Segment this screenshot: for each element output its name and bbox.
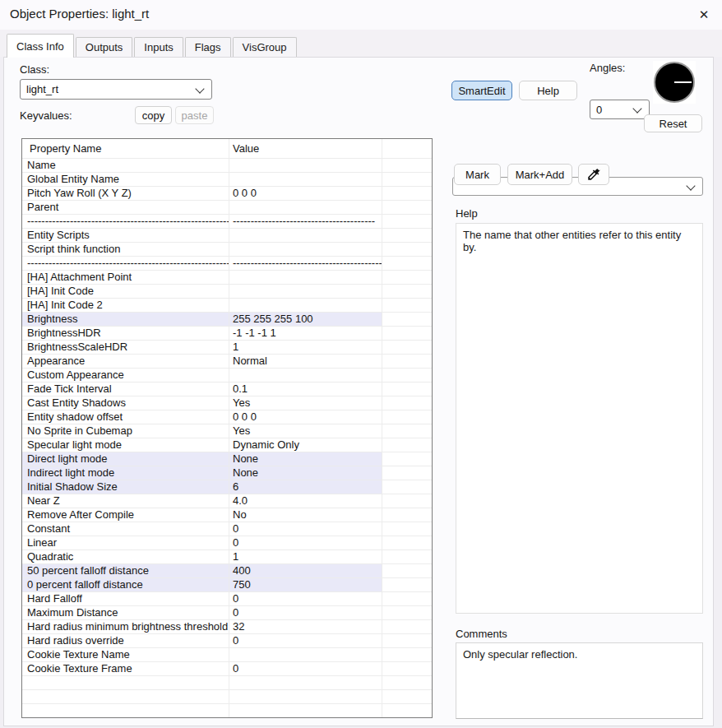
table-row[interactable]: Entity Scripts (22, 229, 432, 243)
mark-add-button[interactable]: Mark+Add (507, 164, 572, 185)
table-row[interactable]: [HA] Attachment Point (22, 271, 432, 285)
paste-button[interactable]: paste (175, 106, 214, 124)
property-name-cell[interactable] (22, 690, 229, 703)
property-name-cell[interactable]: ----------------------------------------… (22, 257, 229, 270)
property-name-cell[interactable] (22, 676, 229, 689)
angles-select[interactable]: 0 (590, 100, 650, 119)
property-name-cell[interactable]: Specular light mode (22, 438, 229, 452)
table-row[interactable]: Hard Falloff0 (22, 592, 432, 606)
property-name-cell[interactable]: Hard radius override (22, 634, 229, 647)
copy-button[interactable]: copy (135, 106, 172, 124)
property-value-cell[interactable]: 32 (229, 620, 382, 633)
table-row[interactable]: Specular light modeDynamic Only (22, 438, 432, 452)
property-value-cell[interactable] (229, 369, 382, 382)
property-value-cell[interactable]: ---------------------------------------- (229, 215, 382, 228)
table-row[interactable] (22, 704, 432, 718)
property-name-cell[interactable]: BrightnessHDR (22, 327, 229, 340)
property-value-cell[interactable]: Yes (229, 396, 382, 410)
table-row[interactable]: Script think function (22, 243, 432, 257)
property-name-cell[interactable]: Hard radius minimum brightness threshold (22, 620, 229, 633)
close-icon[interactable]: ✕ (692, 4, 715, 26)
smartedit-button[interactable]: SmartEdit (451, 81, 512, 100)
property-name-cell[interactable]: Parent (22, 201, 229, 214)
class-select[interactable]: light_rt (20, 79, 212, 100)
tab-flags[interactable]: Flags (185, 37, 231, 57)
property-name-cell[interactable]: Entity shadow offset (22, 410, 229, 424)
property-value-cell[interactable]: Yes (229, 424, 382, 438)
property-value-cell[interactable]: Normal (229, 355, 382, 368)
property-name-cell[interactable]: Script think function (22, 243, 229, 256)
table-row[interactable]: Direct light modeNone (22, 452, 432, 466)
property-value-cell[interactable]: 4.0 (229, 494, 382, 508)
property-value-cell[interactable] (229, 648, 382, 661)
property-value-cell[interactable]: 400 (229, 564, 382, 577)
table-row[interactable] (22, 690, 432, 704)
property-name-cell[interactable]: Near Z (22, 494, 229, 508)
tab-visgroup[interactable]: VisGroup (233, 37, 297, 57)
property-value-cell[interactable]: 0 (229, 606, 382, 619)
property-name-cell[interactable]: Appearance (22, 355, 229, 368)
property-name-cell[interactable]: Pitch Yaw Roll (X Y Z) (22, 187, 229, 200)
table-row[interactable]: Parent (22, 201, 432, 215)
property-value-cell[interactable]: 0 0 0 (229, 410, 382, 424)
property-value-cell[interactable]: ----------------------------------------… (229, 257, 382, 270)
property-name-cell[interactable]: Name (22, 159, 229, 172)
property-name-cell[interactable] (22, 704, 229, 717)
property-name-cell[interactable]: Brightness (22, 313, 229, 326)
table-separator-row[interactable]: ----------------------------------------… (22, 215, 432, 229)
table-row[interactable]: Fade Tick Interval0.1 (22, 383, 432, 396)
property-value-cell[interactable]: 0 (229, 592, 382, 605)
table-row[interactable]: Name (22, 159, 432, 173)
property-name-cell[interactable]: Cookie Texture Frame (22, 662, 229, 675)
table-row[interactable]: Custom Appearance (22, 369, 432, 383)
table-row[interactable]: Initial Shadow Size6 (22, 480, 432, 494)
table-row[interactable]: AppearanceNormal (22, 355, 432, 369)
property-value-cell[interactable] (229, 243, 382, 256)
property-value-cell[interactable]: None (229, 452, 382, 466)
property-name-cell[interactable]: Direct light mode (22, 452, 229, 466)
property-name-cell[interactable]: Constant (22, 522, 229, 536)
property-name-cell[interactable]: Custom Appearance (22, 369, 229, 382)
table-row[interactable]: Global Entity Name (22, 173, 432, 187)
property-name-cell[interactable]: Fade Tick Interval (22, 383, 229, 396)
tab-inputs[interactable]: Inputs (134, 37, 183, 57)
table-row[interactable]: Near Z4.0 (22, 494, 432, 508)
table-row[interactable]: Cookie Texture Frame0 (22, 662, 432, 676)
property-name-cell[interactable]: No Sprite in Cubemap (22, 424, 229, 438)
table-separator-row[interactable]: ----------------------------------------… (22, 257, 432, 271)
eyedropper-button[interactable] (578, 164, 609, 185)
property-value-cell[interactable]: 0 (229, 522, 382, 536)
property-name-cell[interactable]: Maximum Distance (22, 606, 229, 619)
property-value-cell[interactable]: None (229, 466, 382, 480)
property-name-cell[interactable]: Initial Shadow Size (22, 480, 229, 494)
property-value-cell[interactable] (229, 704, 382, 717)
property-value-cell[interactable] (229, 229, 382, 242)
property-name-cell[interactable]: 0 percent falloff distance (22, 578, 229, 591)
property-value-cell[interactable] (229, 159, 382, 172)
table-row[interactable]: Entity shadow offset0 0 0 (22, 410, 432, 424)
help-button[interactable]: Help (519, 81, 577, 100)
property-value-cell[interactable]: 0 0 0 (229, 187, 382, 200)
property-value-cell[interactable]: 750 (229, 578, 382, 591)
property-name-cell[interactable]: Entity Scripts (22, 229, 229, 242)
table-row[interactable]: Hard radius minimum brightness threshold… (22, 620, 432, 634)
property-name-header[interactable]: Property Name (22, 139, 229, 158)
property-name-cell[interactable]: ----------------------------------------… (22, 215, 229, 228)
property-value-cell[interactable]: 255 255 255 100 (229, 313, 382, 326)
reset-button[interactable]: Reset (644, 114, 702, 132)
property-name-cell[interactable]: Global Entity Name (22, 173, 229, 186)
property-value-cell[interactable]: 0 (229, 634, 382, 647)
table-row[interactable]: Cookie Texture Name (22, 648, 432, 662)
property-value-cell[interactable]: Dynamic Only (229, 438, 382, 452)
property-name-cell[interactable]: [HA] Init Code (22, 285, 229, 298)
angle-dial[interactable] (653, 61, 696, 104)
property-name-cell[interactable]: Linear (22, 536, 229, 549)
table-row[interactable]: Brightness255 255 255 100 (22, 313, 432, 327)
table-row[interactable]: 50 percent falloff distance400 (22, 564, 432, 578)
table-row[interactable]: Linear0 (22, 536, 432, 550)
table-row[interactable]: [HA] Init Code 2 (22, 299, 432, 313)
table-row[interactable]: Constant0 (22, 522, 432, 536)
property-name-cell[interactable]: 50 percent falloff distance (22, 564, 229, 577)
property-value-cell[interactable]: 0 (229, 662, 382, 675)
property-name-cell[interactable]: Quadratic (22, 550, 229, 563)
